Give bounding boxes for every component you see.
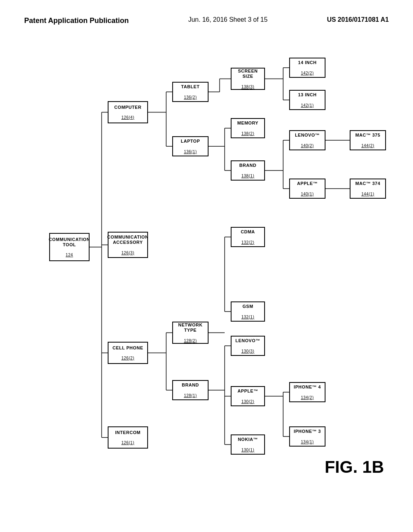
node-14inch: 14 INCH 142(2) — [289, 58, 325, 78]
node-iphone3: IPHONE™ 3 134(1) — [289, 426, 325, 447]
node-computer: COMPUTER 126(4) — [108, 101, 148, 123]
node-network-type: NETWORK TYPE 128(2) — [172, 322, 209, 344]
node-memory: MEMORY 138(2) — [231, 118, 265, 138]
node-comm-accessory: COMMUNICATIONACCESSORY 126(3) — [108, 232, 148, 258]
node-screen-size: SCREEN SIZE 138(3) — [231, 68, 265, 90]
node-lenovo-140: LENOVO™ 140(2) — [289, 130, 325, 150]
node-gsm: GSM 132(1) — [231, 301, 265, 322]
node-mac375: MAC™ 375 144(2) — [350, 130, 386, 150]
node-cell-phone: CELL PHONE 126(2) — [108, 342, 148, 364]
node-apple-140: APPLE™ 140(1) — [289, 179, 325, 199]
publication-date: Jun. 16, 2016 Sheet 3 of 15 — [188, 16, 268, 23]
page-header: Patent Application Publication Jun. 16, … — [24, 16, 389, 29]
node-laptop: LAPTOP 136(1) — [172, 136, 209, 156]
connector-lines — [29, 42, 384, 493]
node-apple-130: APPLE™ 130(2) — [231, 386, 265, 406]
node-lenovo-130: LENOVO™ 130(3) — [231, 336, 265, 356]
node-nokia: NOKIA™ 130(1) — [231, 434, 265, 455]
node-intercom: INTERCOM 126(1) — [108, 426, 148, 449]
node-tablet: TABLET 136(2) — [172, 82, 209, 102]
page: Patent Application Publication Jun. 16, … — [0, 0, 413, 532]
node-brand-phone: BRAND 128(1) — [172, 380, 209, 400]
node-comm-tool: Communication Tool 124 — [49, 233, 90, 261]
node-mac374: MAC™ 374 144(1) — [350, 179, 386, 199]
publication-title: Patent Application Publication — [24, 16, 129, 25]
publication-number: US 2016/0171081 A1 — [327, 16, 389, 23]
node-iphone4: IPHONE™ 4 134(2) — [289, 382, 325, 402]
node-brand-laptop: BRAND 138(1) — [231, 160, 265, 181]
node-13inch: 13 INCH 142(1) — [289, 90, 325, 110]
diagram-area: Communication Tool 124 INTERCOM 126(1) C… — [29, 42, 384, 493]
node-cdma: CDMA 132(2) — [231, 227, 265, 247]
